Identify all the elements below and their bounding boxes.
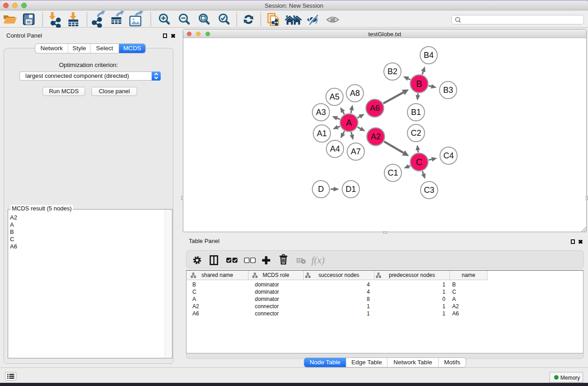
- svg-text:D1: D1: [345, 185, 356, 194]
- svg-text:B2: B2: [387, 67, 397, 76]
- svg-text:f(x): f(x): [311, 255, 325, 266]
- svg-text:C: C: [416, 157, 422, 167]
- svg-text:A: A: [346, 118, 352, 128]
- svg-text:A8: A8: [350, 89, 360, 98]
- svg-text:A4: A4: [330, 144, 340, 153]
- svg-text:A6: A6: [370, 104, 380, 113]
- svg-text:A7: A7: [351, 147, 361, 156]
- svg-text:C1: C1: [387, 168, 398, 177]
- svg-text:B4: B4: [424, 51, 434, 60]
- svg-text:B1: B1: [411, 108, 421, 117]
- svg-text:A2: A2: [371, 132, 381, 141]
- svg-text:B3: B3: [443, 86, 453, 95]
- svg-text:D: D: [318, 185, 324, 194]
- svg-text:C4: C4: [443, 151, 454, 160]
- svg-text:A5: A5: [330, 92, 339, 101]
- svg-text:C2: C2: [411, 129, 421, 138]
- svg-text:A1: A1: [317, 129, 327, 138]
- svg-text:A3: A3: [316, 108, 326, 117]
- svg-text:C3: C3: [424, 186, 434, 195]
- svg-text:B: B: [416, 79, 422, 89]
